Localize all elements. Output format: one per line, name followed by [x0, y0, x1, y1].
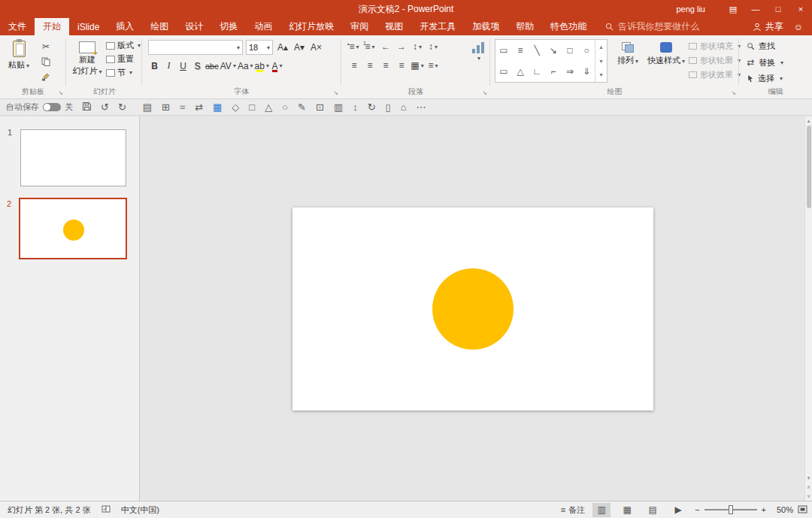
highlight-color-button[interactable]: ab [255, 59, 269, 73]
align-text-button[interactable]: ≡ [426, 59, 440, 72]
zoom-in-button[interactable]: + [762, 505, 766, 514]
addin-tool-icon-4[interactable]: ⇄ [195, 102, 203, 112]
shape-oval-icon[interactable]: ○ [578, 40, 595, 61]
gallery-more-icon[interactable]: ▾ [595, 68, 607, 82]
addin-tool-icon-5[interactable]: ▦ [213, 102, 222, 112]
convert-to-smartart-button[interactable] [472, 41, 484, 62]
clear-formatting-button[interactable]: A× [309, 42, 323, 53]
feedback-smiley-icon[interactable]: ☺ [794, 22, 803, 32]
select-button[interactable]: 选择 [747, 73, 783, 84]
reading-view-button[interactable]: ▤ [644, 503, 662, 517]
tab-view[interactable]: 视图 [377, 18, 411, 35]
shape-right-arrow-icon[interactable]: ⇒ [562, 61, 578, 82]
align-right-button[interactable]: ≡ [379, 59, 392, 72]
bullets-button[interactable]: ≡ [347, 40, 361, 53]
clipboard-dialog-launcher[interactable]: ↘ [58, 90, 63, 96]
account-user-name[interactable]: peng liu [676, 5, 705, 14]
shape-effects-button[interactable]: 形状效果 [689, 69, 741, 80]
slideshow-view-button[interactable]: ▶ [669, 503, 687, 517]
columns-button[interactable]: ▦ [411, 59, 424, 72]
tab-draw[interactable]: 绘图 [142, 18, 177, 35]
font-size-combo[interactable]: 18 [246, 40, 273, 55]
slide-counter[interactable]: 幻灯片 第 2 张, 共 2 张 [8, 504, 91, 516]
decrease-indent-button[interactable]: ← [379, 40, 392, 53]
addin-tool-icon-1[interactable]: ▤ [143, 102, 152, 112]
quick-styles-button[interactable]: 快速样式 [646, 40, 686, 85]
tab-insert[interactable]: 插入 [108, 18, 142, 35]
paste-button[interactable]: 粘贴 [4, 39, 34, 86]
paragraph-dialog-launcher[interactable]: ↘ [482, 90, 487, 96]
grow-font-button[interactable]: A▴ [276, 42, 289, 53]
italic-button[interactable]: I [162, 59, 175, 73]
previous-slide-icon[interactable]: ∧ [807, 483, 810, 492]
vertical-scrollbar[interactable]: ▴ ▾ ∧ ∨ [804, 117, 812, 501]
tab-design[interactable]: 设计 [177, 18, 211, 35]
shape-rounded-rect-icon[interactable]: ▭ [495, 61, 512, 82]
align-left-button[interactable]: ≡ [347, 59, 361, 72]
tab-islide[interactable]: iSlide [69, 18, 108, 35]
slide-2-thumbnail[interactable] [19, 198, 127, 259]
shape-textbox-icon[interactable]: ▭ [495, 40, 512, 61]
slide-1-thumbnail[interactable] [20, 129, 126, 186]
scroll-up-icon[interactable]: ▴ [807, 117, 810, 126]
format-painter-button[interactable] [39, 70, 53, 83]
align-center-button[interactable]: ≡ [363, 59, 377, 72]
slide-sorter-view-button[interactable]: ▦ [618, 503, 636, 517]
text-direction-button[interactable]: ↕ [426, 40, 440, 53]
line-spacing-button[interactable]: ↕ [411, 40, 424, 53]
tab-home[interactable]: 开始 [35, 18, 69, 35]
arrange-button[interactable]: 排列 [611, 40, 644, 85]
addin-tool-icon-12[interactable]: ▥ [334, 102, 343, 112]
font-color-button[interactable]: A [271, 59, 283, 73]
zoom-out-button[interactable]: − [695, 505, 699, 514]
addin-tool-icon-16[interactable]: ⌂ [401, 102, 407, 112]
justify-button[interactable]: ≡ [395, 59, 408, 72]
shape-arrow-line-icon[interactable]: ↘ [545, 40, 562, 61]
tab-transitions[interactable]: 切换 [211, 18, 246, 35]
gallery-scroll-down-icon[interactable]: ▾ [595, 54, 607, 68]
tab-special-features[interactable]: 特色功能 [542, 18, 595, 35]
change-case-button[interactable]: Aa [238, 59, 253, 73]
shape-outline-button[interactable]: 形状轮廓 [689, 55, 741, 66]
save-button[interactable] [82, 101, 92, 114]
fit-to-window-button[interactable] [798, 505, 807, 515]
bold-button[interactable]: B [148, 59, 161, 73]
undo-button[interactable]: ↺ [101, 102, 109, 112]
close-button[interactable]: × [789, 0, 812, 18]
tab-file[interactable]: 文件 [0, 18, 35, 35]
find-button[interactable]: 查找 [747, 41, 783, 52]
scrollbar-thumb[interactable] [807, 126, 811, 208]
increase-indent-button[interactable]: → [395, 40, 408, 53]
addin-tool-icon-11[interactable]: ⊡ [316, 102, 324, 112]
ribbon-display-options-icon[interactable]: ▤ [722, 0, 744, 18]
addin-tool-icon-13[interactable]: ↕ [353, 102, 358, 112]
tab-review[interactable]: 审阅 [342, 18, 377, 35]
zoom-slider-thumb[interactable] [729, 505, 733, 514]
share-button[interactable]: 共享 [753, 20, 783, 33]
tell-me-search[interactable]: 告诉我你想要做什么 [605, 18, 699, 35]
zoom-slider[interactable] [704, 509, 757, 510]
addin-tool-icon-2[interactable]: ⊞ [162, 102, 170, 112]
autosave-toggle[interactable]: 自动保存 关 [6, 101, 73, 113]
replace-button[interactable]: ⇄ 替换 [747, 56, 783, 69]
section-button[interactable]: 节 [106, 67, 141, 78]
drawing-dialog-launcher[interactable]: ↘ [731, 90, 736, 96]
cut-button[interactable]: ✂ [39, 40, 53, 53]
reset-button[interactable]: 重置 [106, 53, 141, 65]
restore-button[interactable]: □ [767, 0, 789, 18]
notes-button[interactable]: ≡ 备注 [561, 504, 585, 516]
shape-down-arrow-icon[interactable]: ⇓ [578, 61, 595, 82]
language-indicator[interactable]: 中文(中国) [121, 504, 159, 516]
shape-lines-icon[interactable]: ≡ [512, 40, 529, 61]
addin-tool-icon-3[interactable]: ≈ [180, 102, 185, 112]
slide-editing-area[interactable] [141, 117, 804, 501]
addin-tool-icon-15[interactable]: ▯ [386, 102, 391, 112]
underline-button[interactable]: U [177, 59, 189, 73]
next-slide-icon[interactable]: ∨ [807, 492, 810, 501]
shape-elbow-icon[interactable]: ⌐ [545, 61, 562, 82]
numbering-button[interactable]: ≡ [363, 40, 377, 53]
tab-animations[interactable]: 动画 [246, 18, 280, 35]
character-spacing-button[interactable]: AV [220, 59, 236, 73]
shape-line-icon[interactable]: ╲ [529, 40, 545, 61]
addin-tool-icon-9[interactable]: ○ [282, 102, 288, 112]
